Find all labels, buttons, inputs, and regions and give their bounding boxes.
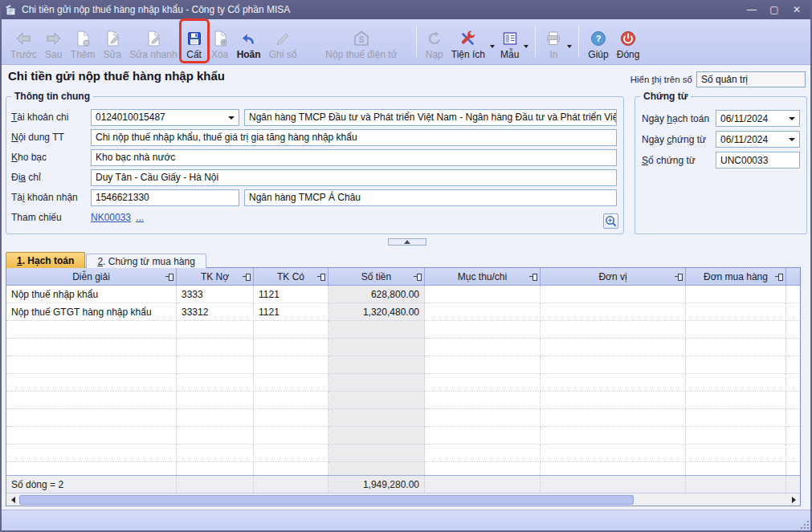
cell-tk-no[interactable]: 33312 xyxy=(177,303,254,321)
table-row-empty[interactable] xyxy=(6,427,800,445)
toolbar-button-sua-nhanh[interactable]: Sửa nhanh xyxy=(125,21,181,61)
minimize-button[interactable]: — xyxy=(746,4,757,15)
app-icon xyxy=(5,4,17,16)
refresh-icon xyxy=(426,29,443,48)
toolbar-button-ghi-so[interactable]: Ghi sổ xyxy=(265,21,301,61)
chevron-down-icon[interactable] xyxy=(567,45,572,48)
toolbar-button-cat[interactable]: Cất xyxy=(182,21,207,61)
toolbar-button-mau[interactable]: Mẫu xyxy=(496,21,523,61)
scroll-right-arrow[interactable] xyxy=(787,493,800,506)
toolbar-button-tien-ich[interactable]: Tiện ích xyxy=(447,21,489,61)
column-header-dien-giai[interactable]: Diễn giải xyxy=(6,268,177,285)
collapse-panel-button[interactable] xyxy=(388,238,426,246)
chevron-down-icon[interactable] xyxy=(789,117,795,120)
zoom-detail-button[interactable] xyxy=(603,213,618,229)
table-row-empty[interactable] xyxy=(6,321,800,339)
resize-grip[interactable] xyxy=(801,521,809,529)
chevron-down-icon[interactable] xyxy=(524,45,528,48)
pushpin-icon[interactable] xyxy=(775,274,783,280)
column-header-don-vi[interactable]: Đơn vị xyxy=(541,268,686,285)
cell-dien-giai[interactable]: Nộp thuế nhập khẩu xyxy=(6,286,177,303)
grid-header: Diễn giải TK Nợ TK Có Số tiền Mục thu/ch… xyxy=(6,268,800,286)
toolbar-button-giup[interactable]: ? Giúp xyxy=(584,21,612,61)
toolbar-separator xyxy=(535,25,536,57)
cell-empty xyxy=(786,286,800,303)
table-row-empty[interactable] xyxy=(6,462,800,475)
status-bar xyxy=(2,510,810,530)
chevron-down-icon[interactable] xyxy=(228,116,235,120)
toolbar-button-sau[interactable]: Sau xyxy=(41,21,67,61)
table-row[interactable]: Nộp thuế GTGT hàng nhập khẩu 33312 1121 … xyxy=(6,303,800,321)
payment-content-field[interactable]: Chi nộp thuế nhập khẩu, thuế giá trị gia… xyxy=(91,129,617,146)
document-date-combo[interactable]: 06/11/2024 xyxy=(716,131,800,148)
column-header-so-tien[interactable]: Số tiền xyxy=(328,268,425,285)
toolbar-button-in[interactable]: In xyxy=(541,21,566,61)
toolbar-button-them[interactable]: Thêm xyxy=(67,21,100,61)
tab-chung-tu-mua-hang[interactable]: 2. Chứng từ mua hàng xyxy=(86,254,206,268)
tab-hach-toan[interactable]: 1. Hạch toán xyxy=(6,252,85,268)
table-row[interactable]: Nộp thuế nhập khẩu 3333 1121 628,800.00 xyxy=(6,286,800,303)
cell-don-mua-hang[interactable] xyxy=(686,303,786,321)
cell-tk-no[interactable]: 3333 xyxy=(177,286,254,303)
table-row-empty[interactable] xyxy=(6,339,800,356)
column-header-don-mua-hang[interactable]: Đơn mua hàng xyxy=(686,268,786,285)
tab-strip: 1. Hạch toán 2. Chứng từ mua hàng xyxy=(6,252,207,268)
pay-bank-field[interactable]: Ngân hàng TMCP Đầu tư và Phát triển Việt… xyxy=(244,109,617,126)
cell-dien-giai[interactable]: Nộp thuế GTGT hàng nhập khẩu xyxy=(6,303,177,321)
row-kho-bac: Kho bạc Kho bạc nhà nước xyxy=(11,148,617,166)
pushpin-icon[interactable] xyxy=(414,274,422,280)
maximize-button[interactable]: ▢ xyxy=(769,4,780,15)
table-row-empty[interactable] xyxy=(6,409,800,427)
pushpin-icon[interactable] xyxy=(243,274,251,280)
pushpin-icon[interactable] xyxy=(165,274,173,280)
table-row-empty[interactable] xyxy=(6,356,800,374)
column-header-tk-co[interactable]: TK Có xyxy=(254,268,328,285)
toolbar-button-xoa[interactable]: Xóa xyxy=(207,21,233,61)
receive-account-field[interactable]: 1546621330 xyxy=(91,189,239,206)
accounting-grid: Diễn giải TK Nợ TK Có Số tiền Mục thu/ch… xyxy=(6,267,801,506)
cell-so-tien[interactable]: 1,320,480.00 xyxy=(328,303,425,321)
general-info-group: Thông tin chung Tài khoản chi 0124010015… xyxy=(6,96,624,234)
table-row-empty[interactable] xyxy=(6,445,800,462)
toolbar-button-nop-thue-dien-tu[interactable]: S Nộp thuế điện tử xyxy=(321,21,401,61)
cell-muc-thu-chi[interactable] xyxy=(425,303,541,321)
scrollbar-thumb[interactable] xyxy=(19,495,634,505)
cell-tk-co[interactable]: 1121 xyxy=(254,303,328,321)
toolbar-button-hoan[interactable]: Hoãn xyxy=(233,21,265,61)
column-header-muc-thu-chi[interactable]: Mục thu/chi xyxy=(425,268,541,285)
document-number-field[interactable]: UNC00033 xyxy=(716,152,800,169)
posting-date-combo[interactable]: 06/11/2024 xyxy=(716,110,800,127)
receive-bank-field[interactable]: Ngân hàng TMCP Á Châu xyxy=(244,189,617,206)
pushpin-icon[interactable] xyxy=(675,274,683,280)
cell-don-vi[interactable] xyxy=(541,303,686,321)
scroll-left-arrow[interactable] xyxy=(6,493,19,506)
cell-tk-co[interactable]: 1121 xyxy=(254,286,328,303)
power-icon xyxy=(619,29,637,48)
cell-don-mua-hang[interactable] xyxy=(686,286,786,303)
reference-link[interactable]: NK00033 xyxy=(91,212,131,223)
cell-so-tien[interactable]: 628,800.00 xyxy=(328,286,425,303)
toolbar-button-truoc[interactable]: Trước xyxy=(6,21,41,61)
close-button[interactable]: ✕ xyxy=(791,4,802,15)
table-row-empty[interactable] xyxy=(6,374,800,392)
column-header-tk-no[interactable]: TK Nợ xyxy=(177,268,254,285)
magnifier-plus-icon xyxy=(604,214,618,228)
display-on-book-field[interactable]: Số quản trị xyxy=(696,71,806,87)
pushpin-icon[interactable] xyxy=(529,274,537,280)
address-field[interactable]: Duy Tân - Cầu Giấy - Hà Nội xyxy=(91,169,617,186)
treasury-field[interactable]: Kho bạc nhà nước xyxy=(91,149,617,166)
toolbar-button-sua[interactable]: Sửa xyxy=(99,21,125,61)
svg-text:S: S xyxy=(359,35,365,44)
cell-muc-thu-chi[interactable] xyxy=(425,286,541,303)
table-row-empty[interactable] xyxy=(6,392,800,409)
cell-don-vi[interactable] xyxy=(541,286,686,303)
horizontal-scrollbar[interactable] xyxy=(6,493,800,506)
pushpin-icon[interactable] xyxy=(317,274,325,280)
chevron-down-icon[interactable] xyxy=(789,138,795,141)
reference-more-link[interactable]: ... xyxy=(136,212,144,223)
page-edit-icon xyxy=(104,29,121,48)
toolbar-button-dong[interactable]: Đóng xyxy=(613,21,644,61)
toolbar-button-nap[interactable]: Nạp xyxy=(422,21,447,61)
chevron-down-icon[interactable] xyxy=(490,45,495,48)
pay-account-combo[interactable]: 0124010015487 xyxy=(91,109,239,126)
